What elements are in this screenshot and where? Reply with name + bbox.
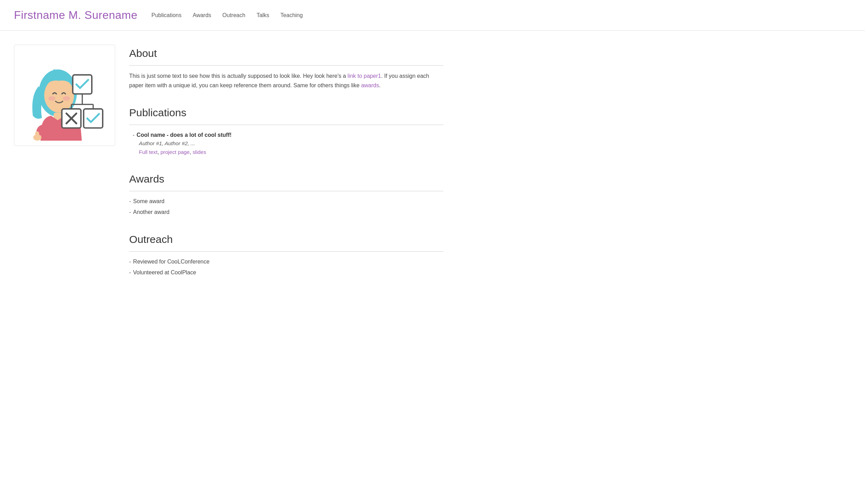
publications-list: -Cool name - does a lot of cool stuff!Au… xyxy=(129,131,443,156)
pub-link-full-text[interactable]: Full text xyxy=(139,149,157,155)
nav-awards[interactable]: Awards xyxy=(193,11,211,20)
outreach-title: Outreach xyxy=(129,231,443,248)
main-nav: Publications Awards Outreach Talks Teach… xyxy=(151,11,303,20)
about-divider xyxy=(129,65,443,66)
pub-dash: - xyxy=(133,131,134,140)
about-title: About xyxy=(129,45,443,62)
about-text: This is just some text to see how this i… xyxy=(129,71,443,90)
list-item: -Another award xyxy=(129,208,443,217)
list-item: -Some award xyxy=(129,197,443,206)
nav-publications[interactable]: Publications xyxy=(151,11,182,20)
svg-point-5 xyxy=(48,96,56,101)
about-text-end: . xyxy=(379,82,380,88)
outreach-text: Reviewed for CooLConference xyxy=(133,257,209,266)
list-dash: - xyxy=(129,208,131,217)
outreach-section: Outreach -Reviewed for CooLConference-Vo… xyxy=(129,231,443,277)
svg-point-4 xyxy=(44,78,74,113)
pub-links: Full text, project page, slides xyxy=(133,148,443,156)
publication-item: -Cool name - does a lot of cool stuff!Au… xyxy=(129,131,443,156)
outreach-divider xyxy=(129,251,443,252)
list-item: -Volunteered at CoolPlace xyxy=(129,268,443,277)
profile-avatar xyxy=(19,50,110,141)
list-dash: - xyxy=(129,257,131,266)
publications-title: Publications xyxy=(129,104,443,121)
pub-link-slides[interactable]: slides xyxy=(193,149,206,155)
site-title: Firstname M. Surename xyxy=(14,6,138,24)
publications-section: Publications -Cool name - does a lot of … xyxy=(129,104,443,156)
pub-title: Cool name - does a lot of cool stuff! xyxy=(136,131,231,140)
list-dash: - xyxy=(129,197,131,206)
awards-title: Awards xyxy=(129,170,443,187)
link-paper1[interactable]: link to paper1 xyxy=(348,73,381,79)
awards-list: -Some award-Another award xyxy=(129,197,443,217)
about-section: About This is just some text to see how … xyxy=(129,45,443,90)
pub-authors: Author #1, Author #2, ... xyxy=(133,139,443,148)
publications-divider xyxy=(129,125,443,125)
svg-point-6 xyxy=(63,96,70,101)
list-dash: - xyxy=(129,268,131,277)
link-awards[interactable]: awards xyxy=(361,82,379,88)
list-item: -Reviewed for CooLConference xyxy=(129,257,443,266)
link-separator: , xyxy=(157,149,160,155)
nav-teaching[interactable]: Teaching xyxy=(280,11,303,20)
award-text: Some award xyxy=(133,197,164,206)
outreach-text: Volunteered at CoolPlace xyxy=(133,268,196,277)
nav-outreach[interactable]: Outreach xyxy=(222,11,245,20)
link-separator: , xyxy=(190,149,192,155)
page-content: About This is just some text to see how … xyxy=(129,45,443,291)
profile-image-container xyxy=(14,45,115,146)
awards-divider xyxy=(129,191,443,191)
site-header: Firstname M. Surename Publications Award… xyxy=(0,0,865,31)
outreach-list: -Reviewed for CooLConference-Volunteered… xyxy=(129,257,443,277)
pub-link-project-page[interactable]: project page xyxy=(161,149,190,155)
main-content: About This is just some text to see how … xyxy=(0,31,489,305)
awards-section: Awards -Some award-Another award xyxy=(129,170,443,217)
nav-talks[interactable]: Talks xyxy=(257,11,269,20)
about-text-before: This is just some text to see how this i… xyxy=(129,73,348,79)
award-text: Another award xyxy=(133,208,169,217)
